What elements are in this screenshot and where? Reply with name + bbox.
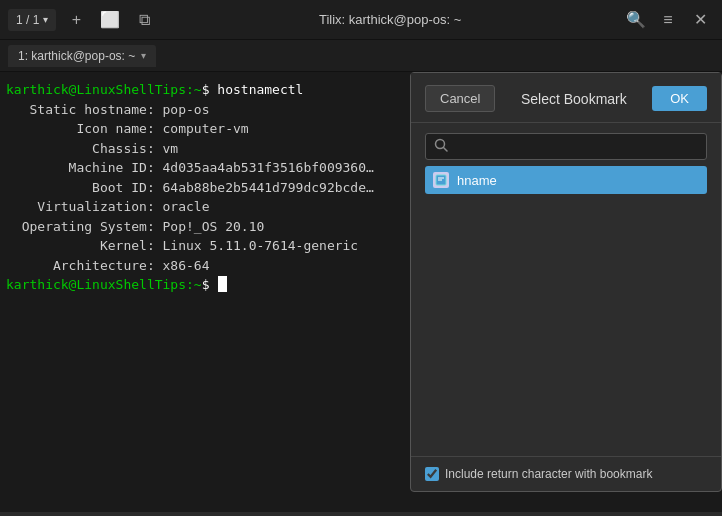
include-return-checkbox[interactable] — [425, 467, 439, 481]
menu-icon: ≡ — [663, 11, 672, 29]
terminal-area: karthick@LinuxShellTips:~$ hostnamectl S… — [0, 72, 722, 512]
search-icon: 🔍 — [626, 10, 646, 29]
add-terminal-button[interactable]: + — [62, 6, 90, 34]
session-tab-arrow-icon: ▾ — [141, 50, 146, 61]
bookmark-icon — [433, 172, 449, 188]
menu-button[interactable]: ≡ — [654, 6, 682, 34]
include-return-checkbox-label[interactable]: Include return character with bookmark — [425, 467, 652, 481]
svg-line-1 — [444, 148, 448, 152]
list-item[interactable]: hname — [425, 166, 707, 194]
tab-count-label: 1 / 1 — [16, 13, 39, 27]
dialog-title: Select Bookmark — [503, 91, 644, 107]
session-tab[interactable]: 1: karthick@pop-os: ~ ▾ — [8, 45, 156, 67]
dialog-header: Cancel Select Bookmark OK — [411, 73, 721, 123]
search-button[interactable]: 🔍 — [622, 6, 650, 34]
window-title: Tilix: karthick@pop-os: ~ — [164, 12, 616, 27]
session-tab-label: 1: karthick@pop-os: ~ — [18, 49, 135, 63]
cancel-button[interactable]: Cancel — [425, 85, 495, 112]
bookmark-search-bar[interactable] — [425, 133, 707, 160]
dialog-footer: Include return character with bookmark — [411, 456, 721, 491]
close-button[interactable]: ✕ — [686, 6, 714, 34]
search-icon — [434, 138, 448, 155]
tab-bar: 1: karthick@pop-os: ~ ▾ — [0, 40, 722, 72]
tab-counter[interactable]: 1 / 1 ▾ — [8, 9, 56, 31]
detach-icon: ⬜ — [100, 10, 120, 29]
title-bar: 1 / 1 ▾ + ⬜ ⧉ Tilix: karthick@pop-os: ~ … — [0, 0, 722, 40]
add-icon: + — [72, 11, 81, 29]
bookmark-label: hname — [457, 173, 497, 188]
tab-chevron-icon: ▾ — [43, 14, 48, 25]
ok-button[interactable]: OK — [652, 86, 707, 111]
split-icon: ⧉ — [139, 11, 150, 29]
bookmark-list: hname — [425, 166, 707, 456]
search-input[interactable] — [454, 139, 698, 154]
title-bar-right: 🔍 ≡ ✕ — [622, 6, 714, 34]
close-icon: ✕ — [694, 10, 707, 29]
include-return-label-text: Include return character with bookmark — [445, 467, 652, 481]
select-bookmark-dialog: Cancel Select Bookmark OK — [410, 72, 722, 492]
split-button[interactable]: ⧉ — [130, 6, 158, 34]
detach-button[interactable]: ⬜ — [96, 6, 124, 34]
